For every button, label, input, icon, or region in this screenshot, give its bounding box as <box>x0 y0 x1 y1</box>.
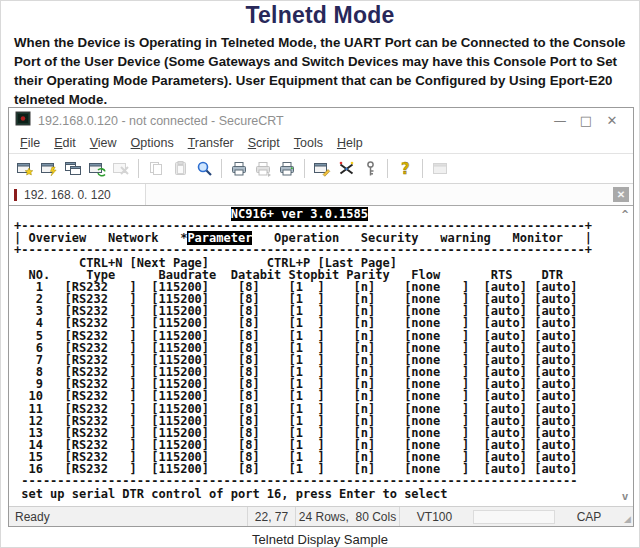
properties-icon[interactable] <box>310 156 334 181</box>
page-title: Telnetd Mode <box>1 1 639 29</box>
copy-icon[interactable] <box>144 156 168 181</box>
close-icon[interactable]: ✕ <box>599 110 625 132</box>
clone-session-icon[interactable] <box>85 156 109 181</box>
tab-close-icon[interactable]: ✕ <box>613 187 629 202</box>
help-icon[interactable]: ? <box>393 156 417 181</box>
status-ready: Ready <box>9 510 247 524</box>
scroll-down-icon[interactable]: v <box>622 490 629 503</box>
print-setup-icon[interactable] <box>251 156 275 181</box>
menu-transfer[interactable]: Transfer <box>181 136 241 150</box>
securecrt-app-icon <box>15 111 31 130</box>
toolbar-separator <box>304 159 305 178</box>
terminal-screen[interactable]: NC916+ ver 3.0.1585 +-------------------… <box>9 206 633 500</box>
caption: Telnetd Display Sample <box>1 532 639 547</box>
tab-bar: 192. 168. 0. 120 ✕ <box>9 184 633 206</box>
page-root: Telnetd Mode When the Device is Operatin… <box>0 0 640 548</box>
disconnect-icon[interactable] <box>109 156 133 181</box>
toolbar: ? <box>9 153 633 184</box>
connect-icon[interactable] <box>13 156 37 181</box>
window-title: 192.168.0.120 - not connected - SecureCR… <box>38 114 284 128</box>
app-window-icon[interactable] <box>428 156 452 181</box>
menu-script[interactable]: Script <box>241 136 287 150</box>
minimize-icon[interactable]: — <box>547 110 573 132</box>
resize-grip[interactable]: ◢ <box>619 507 633 526</box>
toolbar-separator <box>422 159 423 178</box>
terminal-scrollbar[interactable]: ^ v <box>617 206 633 506</box>
menu-edit[interactable]: Edit <box>47 136 83 150</box>
menu-file[interactable]: File <box>13 136 47 150</box>
menu-view[interactable]: View <box>83 136 124 150</box>
status-bar: Ready 22, 77 24 Rows, 80 Cols VT100 CAP … <box>9 506 633 526</box>
status-caps-indicator: CAP <box>559 507 619 526</box>
paste-icon[interactable] <box>168 156 192 181</box>
session-manager-icon[interactable] <box>61 156 85 181</box>
status-empty-cell <box>473 510 555 524</box>
find-icon[interactable] <box>192 156 216 181</box>
menu-options[interactable]: Options <box>124 136 181 150</box>
keymap-icon[interactable] <box>358 156 382 181</box>
toolbar-separator <box>138 159 139 178</box>
toolbar-separator <box>387 159 388 178</box>
intro-paragraph: When the Device is Operating in Telneted… <box>14 34 628 110</box>
session-tab[interactable]: 192. 168. 0. 120 <box>9 184 146 205</box>
maximize-icon[interactable]: □ <box>573 110 599 132</box>
session-options-icon[interactable] <box>334 156 358 181</box>
print-preview-icon[interactable] <box>227 156 251 181</box>
securecrt-window: 192.168.0.120 - not connected - SecureCR… <box>8 107 634 527</box>
print-icon[interactable] <box>275 156 299 181</box>
menu-bar: FileEditViewOptionsTransferScriptToolsHe… <box>9 133 633 153</box>
svg-text:?: ? <box>401 160 410 177</box>
window-titlebar: 192.168.0.120 - not connected - SecureCR… <box>9 108 633 133</box>
terminal-area: NC916+ ver 3.0.1585 +-------------------… <box>9 206 633 506</box>
status-emulation: VT100 <box>399 507 469 526</box>
status-terminal-size: 24 Rows, 80 Cols <box>295 507 399 526</box>
menu-help[interactable]: Help <box>330 136 370 150</box>
quick-connect-icon[interactable] <box>37 156 61 181</box>
tab-status-marker <box>14 189 17 201</box>
tab-label: 192. 168. 0. 120 <box>24 188 111 202</box>
window-controls: — □ ✕ <box>547 110 625 132</box>
status-cursor-position: 22, 77 <box>247 507 295 526</box>
menu-tools[interactable]: Tools <box>287 136 330 150</box>
toolbar-separator <box>221 159 222 178</box>
scroll-up-icon[interactable]: ^ <box>622 208 629 221</box>
